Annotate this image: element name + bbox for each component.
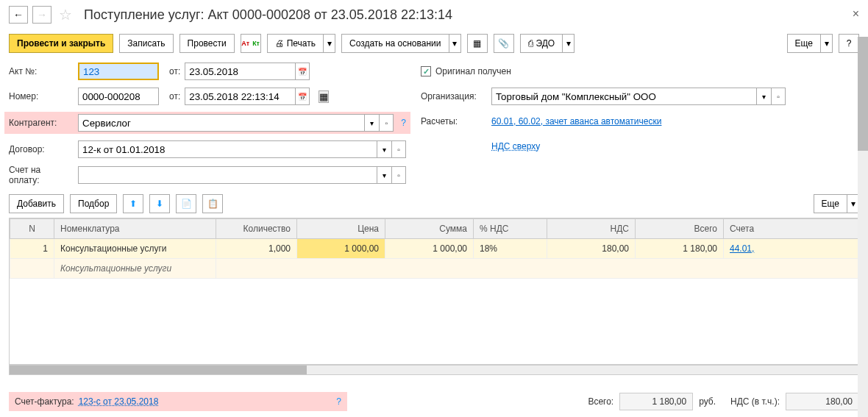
table-row[interactable]: 1 Консультационные услуги 1,000 1 000,00…: [10, 239, 858, 259]
create-based-button[interactable]: Создать на основании: [341, 34, 449, 53]
items-table[interactable]: N Номенклатура Количество Цена Сумма % Н…: [9, 218, 859, 365]
contragent-help[interactable]: ?: [401, 118, 406, 128]
edo-button[interactable]: ⎙ЭДО: [520, 34, 563, 53]
attach-button[interactable]: 📎: [494, 34, 514, 53]
contract-dropdown[interactable]: ▾: [377, 140, 391, 158]
more-button[interactable]: Еще: [787, 34, 821, 53]
arrow-up-icon: ⬆: [129, 199, 137, 209]
contragent-label: Контрагент:: [9, 118, 74, 128]
org-dropdown[interactable]: ▾: [756, 88, 771, 105]
act-no-label: Акт №:: [9, 66, 74, 76]
help-button[interactable]: ?: [839, 34, 859, 53]
contragent-dropdown[interactable]: ▾: [364, 114, 379, 132]
invoice-label: Счет-фактура:: [15, 396, 74, 407]
files-button[interactable]: ▦: [467, 34, 488, 53]
more-dropdown[interactable]: ▾: [821, 34, 833, 53]
add-row-button[interactable]: Добавить: [9, 194, 64, 213]
print-dropdown[interactable]: ▾: [324, 34, 335, 53]
col-vat[interactable]: НДС: [547, 219, 636, 239]
table-row-desc[interactable]: Консультационные услуги: [10, 259, 858, 279]
invoice-pay-dropdown[interactable]: ▾: [377, 166, 391, 184]
currency-label: руб.: [699, 396, 716, 407]
col-qty[interactable]: Количество: [216, 219, 297, 239]
invoice-pay-input[interactable]: [78, 166, 377, 184]
org-label: Организация:: [421, 91, 487, 101]
print-button[interactable]: 🖨Печать: [267, 34, 324, 53]
from-label-1: от:: [169, 66, 180, 76]
submit-close-button[interactable]: Провести и закрыть: [9, 34, 113, 53]
col-sum[interactable]: Сумма: [385, 219, 474, 239]
invoice-link[interactable]: 123-с от 23.05.2018: [79, 396, 159, 407]
col-total[interactable]: Всего: [636, 219, 724, 239]
contragent-input[interactable]: [78, 114, 364, 132]
move-up-button[interactable]: ⬆: [123, 194, 143, 213]
edo-icon: ⎙: [528, 38, 533, 49]
vat-footer-label: НДС (в т.ч.):: [730, 396, 780, 407]
number-extra-button[interactable]: ▦: [319, 90, 329, 103]
dtkt-button[interactable]: АтКт: [241, 34, 261, 53]
close-icon[interactable]: ×: [853, 7, 859, 21]
org-open[interactable]: ▫: [771, 88, 786, 105]
contract-input[interactable]: [78, 140, 377, 158]
contragent-open[interactable]: ▫: [379, 114, 394, 132]
col-vat-pct[interactable]: % НДС: [474, 219, 547, 239]
calendar-icon: 📅: [298, 93, 307, 101]
save-button[interactable]: Записать: [119, 34, 173, 53]
col-nomenclature[interactable]: Номенклатура: [54, 219, 216, 239]
number-label: Номер:: [9, 91, 74, 101]
number-date-input[interactable]: [185, 88, 295, 105]
vertical-scrollbar[interactable]: [858, 37, 868, 417]
original-received-checkbox[interactable]: ✓ Оригинал получен: [421, 66, 511, 76]
submit-button[interactable]: Провести: [179, 34, 235, 53]
vat-link[interactable]: НДС сверху: [491, 141, 540, 152]
pick-button[interactable]: Подбор: [70, 194, 117, 213]
col-price[interactable]: Цена: [297, 219, 385, 239]
invoice-pay-open[interactable]: ▫: [391, 166, 406, 184]
contract-label: Договор:: [9, 144, 74, 154]
acct-link[interactable]: 44.01,: [730, 243, 754, 254]
calendar-icon: 📅: [298, 68, 307, 76]
number-date-calendar-button[interactable]: 📅: [295, 88, 310, 105]
invoice-help[interactable]: ?: [336, 396, 341, 407]
vat-value: 180,00: [786, 393, 859, 410]
org-input[interactable]: [491, 88, 756, 105]
horizontal-scrollbar[interactable]: [9, 365, 859, 375]
act-date-input[interactable]: [185, 63, 295, 80]
paperclip-icon: 📎: [498, 38, 509, 49]
col-accounts[interactable]: Счета: [724, 219, 858, 239]
total-value: 1 180,00: [619, 393, 693, 410]
nav-back-button[interactable]: ←: [9, 6, 28, 24]
move-down-button[interactable]: ⬇: [149, 194, 170, 213]
act-date-calendar-button[interactable]: 📅: [295, 63, 310, 80]
act-no-input[interactable]: [78, 63, 159, 80]
checkbox-icon: ✓: [421, 66, 431, 76]
from-label-2: от:: [169, 91, 180, 101]
copy-button[interactable]: 📄: [176, 194, 196, 213]
create-based-dropdown[interactable]: ▾: [449, 34, 461, 53]
page-title: Поступление услуг: Акт 0000-000208 от 23…: [84, 7, 452, 23]
paste-icon: 📋: [207, 199, 218, 209]
edo-dropdown[interactable]: ▾: [563, 34, 574, 53]
contract-open[interactable]: ▫: [391, 140, 406, 158]
col-n[interactable]: N: [10, 219, 54, 239]
calc-link[interactable]: 60.01, 60.02, зачет аванса автоматически: [491, 116, 661, 126]
invoice-pay-label: Счет на оплату:: [9, 165, 74, 185]
paste-button[interactable]: 📋: [202, 194, 223, 213]
print-icon: 🖨: [275, 38, 284, 49]
arrow-down-icon: ⬇: [156, 199, 163, 209]
total-label: Всего:: [588, 396, 613, 407]
table-more-button[interactable]: Еще: [814, 194, 847, 213]
nav-forward-button[interactable]: →: [32, 6, 51, 24]
calc-label: Расчеты:: [421, 116, 487, 126]
copy-icon: 📄: [181, 199, 192, 209]
favorite-star-icon[interactable]: ☆: [59, 6, 72, 24]
number-input[interactable]: [78, 88, 159, 105]
